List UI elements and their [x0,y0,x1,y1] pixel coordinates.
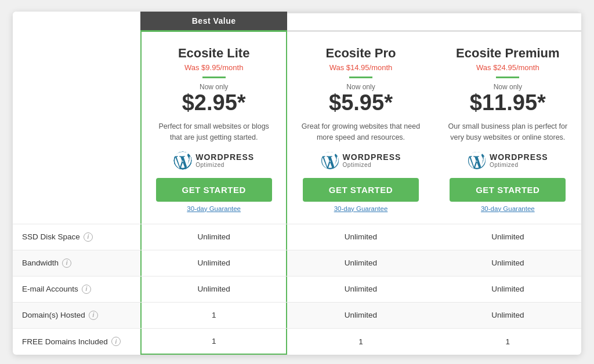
pro-header-spacer [287,12,434,30]
guarantee-link-lite[interactable]: 30-day Guarantee [153,205,274,212]
get-started-button-premium[interactable]: GET STARTED [450,178,566,202]
wordpress-label-pro: WORDPRESS [343,152,401,162]
feature-label-text: Domain(s) Hosted [22,311,85,319]
feature-value-1-2: Unlimited [434,250,581,276]
plan-desc-premium: Our small business plan is perfect for v… [446,121,570,144]
plan-price-premium: $11.95* [446,91,570,115]
wp-text-premium: WORDPRESS Optimized [490,152,548,168]
info-icon[interactable]: i [62,259,71,268]
feature-value-1-0: Unlimited [140,250,287,276]
optimized-label-lite: Optimized [195,162,254,168]
wp-text-lite: WORDPRESS Optimized [195,152,254,168]
optimized-label-premium: Optimized [490,162,548,168]
get-started-button-pro[interactable]: GET STARTED [303,178,419,202]
feature-value-2-2: Unlimited [434,276,581,302]
feature-value-4-1: 1 [287,329,434,355]
plan-card-pro: Ecosite Pro Was $14.95/month Now only $5… [287,30,434,224]
feature-value-3-2: Unlimited [434,303,581,328]
wordpress-icon-pro [321,151,339,170]
plan-name-pro: Ecosite Pro [299,46,422,61]
now-only-lite: Now only [153,83,274,91]
wp-badge-pro: WORDPRESS Optimized [299,151,422,170]
premium-header-spacer [434,12,581,30]
guarantee-link-pro[interactable]: 30-day Guarantee [299,205,422,212]
feature-value-4-2: 1 [434,329,581,355]
feature-value-3-0: 1 [140,303,287,328]
feature-label-text: SSD Disk Space [22,232,80,241]
plan-price-lite: $2.95* [153,91,274,115]
optimized-label-pro: Optimized [343,162,401,168]
best-value-banner: Best Value [140,12,287,30]
feature-label-3: Domain(s) Hostedi [13,303,140,328]
plan-divider-lite [202,77,226,78]
plan-was-lite: Was $9.95/month [153,63,274,72]
info-icon[interactable]: i [111,337,121,346]
feature-row: Domain(s) Hostedi1UnlimitedUnlimited [13,302,581,328]
wp-badge-lite: WORDPRESS Optimized [153,151,274,170]
plan-desc-pro: Great for growing websites that need mor… [299,121,422,144]
feature-value-1-1: Unlimited [287,250,434,276]
feature-row: SSD Disk SpaceiUnlimitedUnlimitedUnlimit… [13,224,581,250]
plan-name-premium: Ecosite Premium [446,46,570,61]
pricing-table: Best Value Ecosite Lite Was $9.95/month … [13,12,581,355]
plan-divider-pro [349,77,372,78]
wordpress-icon-lite [173,151,192,170]
feature-value-4-0: 1 [140,329,287,355]
guarantee-link-premium[interactable]: 30-day Guarantee [446,205,570,212]
feature-label-text: Bandwidth [22,259,59,267]
get-started-button-lite[interactable]: GET STARTED [156,178,272,202]
feature-label-text: FREE Domains Included [22,337,108,346]
plans-header: Best Value [13,12,581,30]
feature-label-4: FREE Domains Includedi [13,329,140,355]
plan-divider-premium [496,77,519,78]
feature-value-0-2: Unlimited [434,224,581,250]
wp-badge-premium: WORDPRESS Optimized [446,151,570,170]
feature-label-1: Bandwidthi [13,250,140,276]
feature-label-header [13,30,140,224]
info-icon[interactable]: i [82,285,91,294]
wp-text-pro: WORDPRESS Optimized [343,152,401,168]
info-icon[interactable]: i [89,311,98,320]
feature-row: FREE Domains Includedi111 [13,328,581,355]
header-empty-cell [13,12,140,30]
info-icon[interactable]: i [84,232,93,242]
features-table: SSD Disk SpaceiUnlimitedUnlimitedUnlimit… [13,224,581,355]
now-only-premium: Now only [446,83,570,91]
feature-value-2-1: Unlimited [287,276,434,302]
feature-value-0-1: Unlimited [287,224,434,250]
feature-value-3-1: Unlimited [287,303,434,328]
feature-label-text: E-mail Accounts [22,285,78,293]
best-value-label: Best Value [140,12,287,30]
feature-row: E-mail AccountsiUnlimitedUnlimitedUnlimi… [13,276,581,302]
feature-label-0: SSD Disk Spacei [13,224,140,250]
plan-cards-row: Ecosite Lite Was $9.95/month Now only $2… [13,30,581,224]
feature-row: BandwidthiUnlimitedUnlimitedUnlimited [13,250,581,276]
plan-name-lite: Ecosite Lite [153,46,274,61]
wordpress-label-premium: WORDPRESS [490,152,548,162]
plan-desc-lite: Perfect for small websites or blogs that… [153,121,274,144]
wordpress-icon-premium [468,151,486,170]
plan-was-premium: Was $24.95/month [446,63,570,72]
plan-price-pro: $5.95* [299,91,422,115]
feature-label-2: E-mail Accountsi [13,276,140,302]
plan-card-premium: Ecosite Premium Was $24.95/month Now onl… [434,30,581,224]
now-only-pro: Now only [299,83,422,91]
plan-card-lite: Ecosite Lite Was $9.95/month Now only $2… [140,30,287,224]
feature-value-2-0: Unlimited [140,276,287,302]
plan-was-pro: Was $14.95/month [299,63,422,72]
wordpress-label-lite: WORDPRESS [195,152,254,162]
feature-value-0-0: Unlimited [140,224,287,250]
